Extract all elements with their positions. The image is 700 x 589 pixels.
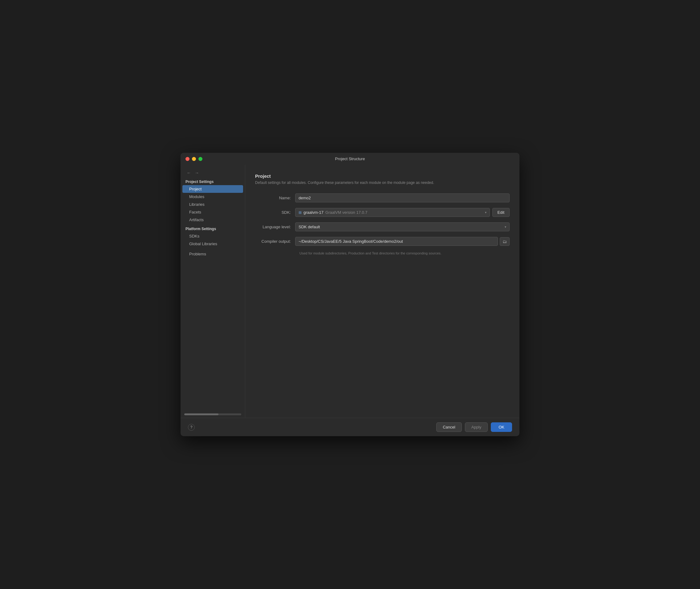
sdk-label: SDK: (255, 210, 295, 215)
name-input[interactable] (295, 193, 510, 202)
section-title: Project (255, 173, 510, 179)
back-arrow[interactable]: ← (185, 170, 192, 176)
project-settings-header: Project Settings (181, 177, 245, 185)
platform-settings-header: Platform Settings (181, 224, 245, 232)
window-controls (185, 157, 202, 161)
close-button[interactable] (185, 157, 189, 161)
scrollbar-area (181, 411, 245, 418)
forward-arrow[interactable]: → (193, 170, 200, 176)
edit-sdk-button[interactable]: Edit (492, 208, 510, 217)
help-button[interactable]: ? (188, 424, 195, 431)
dialog-body: ← → Project Settings Project Modules Lib… (181, 165, 519, 418)
spacer (181, 248, 245, 250)
scrollbar-track (184, 413, 241, 415)
compiler-hint: Used for module subdirectories, Producti… (300, 251, 510, 255)
sidebar-item-project[interactable]: Project (182, 185, 243, 193)
sidebar-item-modules[interactable]: Modules (181, 193, 245, 201)
apply-button[interactable]: Apply (465, 422, 488, 432)
sidebar-item-facets[interactable]: Facets (181, 208, 245, 216)
chevron-down-icon: ▾ (485, 211, 487, 214)
name-label: Name: (255, 196, 295, 200)
minimize-button[interactable] (192, 157, 196, 161)
compiler-row: Compiler output: 🗂 (255, 237, 510, 246)
compiler-output-input[interactable] (295, 237, 498, 246)
language-row: Language level: SDK default ▾ (255, 222, 510, 231)
title-bar: Project Structure (181, 153, 519, 165)
sidebar-item-artifacts[interactable]: Artifacts (181, 216, 245, 224)
language-dropdown[interactable]: SDK default ▾ (295, 222, 510, 231)
name-row: Name: (255, 193, 510, 202)
cancel-button[interactable]: Cancel (436, 422, 462, 432)
project-structure-dialog: Project Structure ← → Project Settings P… (181, 153, 519, 436)
sdk-row: SDK: ⊞ graalvm-17 GraalVM version 17.0.7… (255, 208, 510, 217)
ok-button[interactable]: OK (491, 422, 512, 432)
chevron-down-icon: ▾ (505, 225, 506, 229)
dialog-footer: ? Cancel Apply OK (181, 418, 519, 436)
sidebar-item-sdks[interactable]: SDKs (181, 232, 245, 240)
sdk-version: GraalVM version 17.0.7 (325, 210, 368, 215)
sidebar-item-libraries[interactable]: Libraries (181, 201, 245, 208)
compiler-input-row: 🗂 (295, 237, 510, 246)
maximize-button[interactable] (198, 157, 202, 161)
section-desc: Default settings for all modules. Config… (255, 181, 510, 185)
window-title: Project Structure (335, 157, 365, 161)
language-label: Language level: (255, 225, 295, 229)
nav-arrows: ← → (181, 167, 245, 177)
scrollbar-thumb[interactable] (184, 413, 218, 415)
language-value: SDK default (299, 225, 320, 229)
compiler-label: Compiler output: (255, 239, 295, 244)
sdk-dropdown[interactable]: ⊞ graalvm-17 GraalVM version 17.0.7 ▾ (295, 208, 490, 217)
sidebar: ← → Project Settings Project Modules Lib… (181, 165, 245, 418)
folder-browse-button[interactable]: 🗂 (500, 237, 510, 246)
sdk-select-row: ⊞ graalvm-17 GraalVM version 17.0.7 ▾ Ed… (295, 208, 510, 217)
sdk-name: graalvm-17 (304, 210, 324, 215)
sdk-icon: ⊞ (299, 210, 302, 215)
main-content: Project Default settings for all modules… (245, 165, 519, 418)
sidebar-item-global-libraries[interactable]: Global Libraries (181, 240, 245, 248)
sidebar-item-problems[interactable]: Problems (181, 250, 245, 258)
